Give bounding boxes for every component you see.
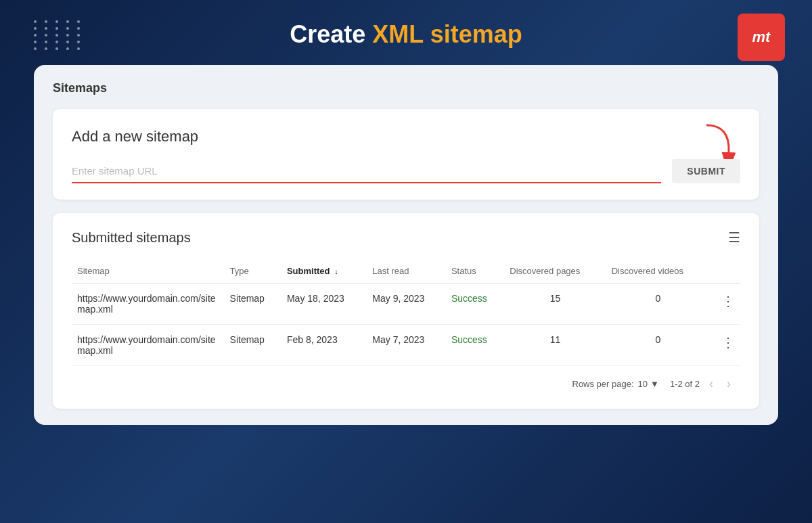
- submit-button-wrapper: SUBMIT: [672, 159, 740, 183]
- table-row: https://www.yourdomain.com/sitemap.xml S…: [72, 325, 740, 366]
- col-status: Status: [446, 259, 504, 283]
- url-input-wrapper: [72, 160, 661, 183]
- table-footer: Rows per page: 10 ▼ 1-2 of 2 ‹ ›: [72, 366, 740, 392]
- decorative-dots: [34, 20, 84, 50]
- cell-submitted-0: May 18, 2023: [281, 283, 367, 325]
- col-discovered-pages: Discovered pages: [504, 259, 606, 283]
- sitemaps-section-title: Sitemaps: [53, 81, 759, 95]
- pagination-info: 1-2 of 2: [670, 379, 700, 389]
- next-page-button[interactable]: ›: [723, 376, 735, 392]
- rows-per-page-dropdown-icon: ▼: [650, 379, 659, 389]
- sitemap-url-input[interactable]: [72, 160, 661, 183]
- cell-last-read-1: May 7, 2023: [367, 325, 446, 366]
- cell-status-0: Success: [446, 283, 504, 325]
- rows-per-page-control: Rows per page: 10 ▼: [572, 379, 659, 389]
- cell-discovered-videos-1: 0: [606, 325, 710, 366]
- submitted-sitemaps-card: Submitted sitemaps ☰ Sitemap Type Submit…: [53, 213, 759, 409]
- col-actions: [710, 259, 740, 283]
- cell-last-read-0: May 9, 2023: [367, 283, 446, 325]
- cell-discovered-pages-0: 15: [504, 283, 606, 325]
- col-submitted[interactable]: Submitted ↓: [281, 259, 367, 283]
- col-last-read: Last read: [367, 259, 446, 283]
- cell-type-0: Sitemap: [225, 283, 281, 325]
- cell-status-1: Success: [446, 325, 504, 366]
- cell-discovered-videos-0: 0: [606, 283, 710, 325]
- rows-per-page-label: Rows per page:: [572, 379, 634, 389]
- table-row: https://www.yourdomain.com/sitemap.xml S…: [72, 283, 740, 325]
- prev-page-button[interactable]: ‹: [705, 376, 717, 392]
- cell-actions-0[interactable]: ⋮: [710, 283, 740, 325]
- main-card: Sitemaps Add a new sitemap SUBMIT: [34, 65, 778, 425]
- cell-actions-1[interactable]: ⋮: [710, 325, 740, 366]
- add-sitemap-title: Add a new sitemap: [72, 128, 740, 145]
- col-type: Type: [225, 259, 281, 283]
- col-discovered-videos: Discovered videos: [606, 259, 710, 283]
- rows-per-page-select[interactable]: 10 ▼: [638, 379, 659, 389]
- add-sitemap-card: Add a new sitemap SUBMIT: [53, 109, 759, 200]
- cell-discovered-pages-1: 11: [504, 325, 606, 366]
- sort-arrow-icon: ↓: [334, 267, 338, 275]
- sitemaps-table: Sitemap Type Submitted ↓ Last read Statu…: [72, 259, 740, 366]
- cell-sitemap-0: https://www.yourdomain.com/sitemap.xml: [72, 283, 225, 325]
- col-sitemap: Sitemap: [72, 259, 225, 283]
- logo: mt: [738, 14, 785, 61]
- rows-per-page-value: 10: [638, 379, 648, 389]
- pagination-controls: 1-2 of 2 ‹ ›: [670, 376, 735, 392]
- cell-type-1: Sitemap: [225, 325, 281, 366]
- submitted-header: Submitted sitemaps ☰: [72, 229, 740, 246]
- cell-submitted-1: Feb 8, 2023: [281, 325, 367, 366]
- filter-icon[interactable]: ☰: [728, 229, 740, 246]
- submitted-sitemaps-title: Submitted sitemaps: [72, 230, 191, 246]
- page-header: Create XML sitemap mt: [27, 20, 785, 49]
- page-title: Create XML sitemap: [290, 20, 522, 49]
- table-header-row: Sitemap Type Submitted ↓ Last read Statu…: [72, 259, 740, 283]
- cell-sitemap-1: https://www.yourdomain.com/sitemap.xml: [72, 325, 225, 366]
- arrow-indicator: [696, 122, 737, 162]
- submit-button[interactable]: SUBMIT: [672, 159, 740, 183]
